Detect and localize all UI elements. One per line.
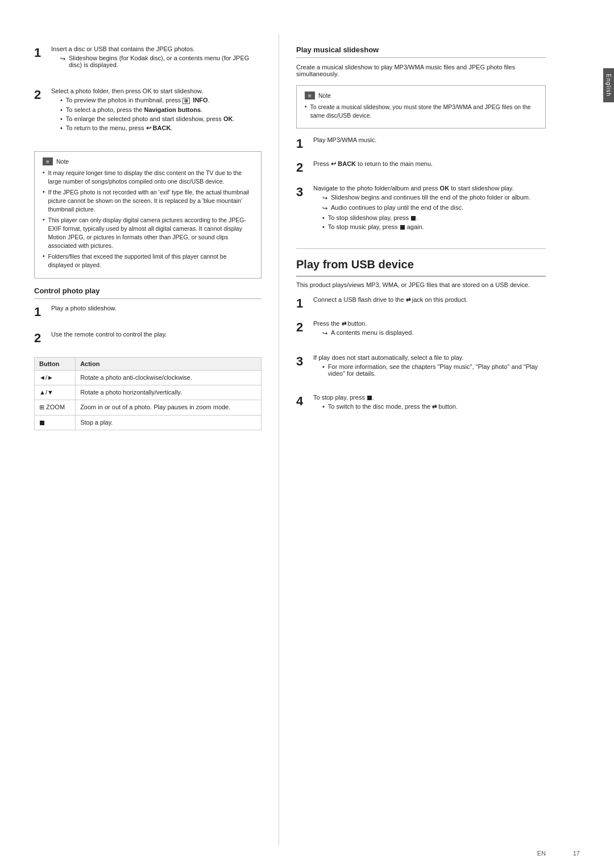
step-1-sub1-text: Slideshow begins (for Kodak disc), or a … bbox=[69, 55, 262, 68]
arrow-icon-3: ↪ bbox=[322, 205, 327, 212]
bullet-icon-4: • bbox=[60, 124, 63, 131]
ms-sub1-text: Slideshow begins and continues till the … bbox=[331, 194, 530, 201]
right-column: Play musical slideshow Create a musical … bbox=[279, 34, 580, 845]
table-col-action: Action bbox=[76, 357, 262, 370]
note-text-3: This player can only display digital cam… bbox=[48, 216, 253, 250]
note-item-3: • This player can only display digital c… bbox=[43, 216, 253, 250]
note-header-2: Note bbox=[305, 92, 537, 99]
step-1-sub1: ↪ Slideshow begins (for Kodak disc), or … bbox=[60, 55, 262, 68]
usb-step-2-sub1-text: A contents menu is displayed. bbox=[331, 329, 414, 336]
arrow-icon: ↪ bbox=[60, 55, 65, 63]
step-2-bullet2: • To select a photo, press the Navigatio… bbox=[60, 106, 262, 113]
note-box-2: Note • To create a musical slideshow, yo… bbox=[296, 85, 546, 128]
control-step-2-content: Use the remote control to control the pl… bbox=[51, 331, 262, 338]
control-table: Button Action ◄/► Rotate a photo anti-cl… bbox=[34, 357, 262, 431]
ms-step-3-number: 3 bbox=[296, 185, 303, 200]
ms-step-3-sub1: ↪ Slideshow begins and continues till th… bbox=[322, 194, 546, 202]
usb-intro: This product plays/views MP3, WMA, or JP… bbox=[296, 281, 546, 288]
control-step-1-content: Play a photo slideshow. bbox=[51, 305, 262, 312]
note-item-4: • Folders/files that exceed the supporte… bbox=[43, 252, 253, 269]
stop-icon-3 bbox=[367, 396, 372, 400]
bullet-icon: • bbox=[60, 97, 63, 103]
info-key: ⊞ INFO bbox=[182, 97, 208, 103]
control-step-2-text: Use the remote control to control the pl… bbox=[51, 331, 167, 338]
usb-step-4: 4 To stop play, press . • To switch to t… bbox=[296, 394, 546, 419]
step-2-block: 2 Select a photo folder, then press OK t… bbox=[34, 88, 262, 141]
table-col-button: Button bbox=[35, 357, 76, 370]
ms-step-3: 3 Navigate to the photo folder/album and… bbox=[296, 185, 546, 239]
play-musical-intro: Create a musical slideshow to play MP3/W… bbox=[296, 64, 546, 77]
usb-step-2-number: 2 bbox=[296, 320, 303, 335]
footer-page-number: 17 bbox=[573, 850, 580, 857]
table-button-4 bbox=[35, 415, 76, 430]
step-2-bullet1: • To preview the photos in thumbnail, pr… bbox=[60, 97, 262, 104]
table-row: Stop a play. bbox=[35, 415, 262, 430]
table-action-4: Stop a play. bbox=[76, 415, 262, 430]
usb-intro-block: This product plays/views MP3, WMA, or JP… bbox=[296, 281, 546, 288]
usb-disc-icon: ⇄ bbox=[432, 404, 437, 410]
ms-sub2-text: Audio continues to play until the end of… bbox=[331, 204, 463, 211]
arrow-icon-4: ↪ bbox=[322, 330, 327, 337]
usb-step-3-content: If play does not start automatically, se… bbox=[313, 354, 546, 377]
step-1-block: 1 Insert a disc or USB that contains the… bbox=[34, 45, 262, 77]
table-button-3: ⊞ ZOOM bbox=[35, 400, 76, 415]
control-section-title: Control photo play bbox=[34, 286, 262, 299]
ms-step-2: 2 Press ↩ BACK to return to the main men… bbox=[296, 160, 546, 177]
step-2-bullet3: • To enlarge the selected photo and star… bbox=[60, 115, 262, 122]
table-row: ▲/▼ Rotate a photo horizontally/vertical… bbox=[35, 385, 262, 400]
step-1-number: 1 bbox=[34, 45, 41, 60]
table-action-3: Zoom in or out of a photo. Play pauses i… bbox=[76, 400, 262, 415]
play-musical-title: Play musical slideshow bbox=[296, 45, 546, 58]
usb-jack-icon: ⇄ bbox=[406, 297, 410, 303]
table-button-1: ◄/► bbox=[35, 370, 76, 385]
control-step-2-number: 2 bbox=[34, 331, 41, 346]
ms-step-2-number: 2 bbox=[296, 160, 303, 175]
note-box-1: Note • It may require longer time to dis… bbox=[34, 151, 262, 279]
step-2-bullet4: • To return to the menu, press ↩ BACK. bbox=[60, 124, 262, 132]
stop-button-icon bbox=[40, 421, 44, 425]
table-row: ◄/► Rotate a photo anti-clockwise/clockw… bbox=[35, 370, 262, 385]
control-step-2: 2 Use the remote control to control the … bbox=[34, 331, 262, 347]
usb-step-3-text: If play does not start automatically, se… bbox=[313, 354, 546, 361]
table-button-2: ▲/▼ bbox=[35, 385, 76, 400]
step-2-content: Select a photo folder, then press OK to … bbox=[51, 88, 262, 132]
usb-step-4-number: 4 bbox=[296, 394, 303, 409]
control-actions-table: Button Action ◄/► Rotate a photo anti-cl… bbox=[34, 357, 262, 431]
note-text-4: Folders/files that exceed the supported … bbox=[48, 252, 253, 269]
ms-step-3-bullet1: • To stop slideshow play, press . bbox=[322, 214, 546, 221]
stop-icon-1 bbox=[411, 216, 416, 221]
usb-step-3: 3 If play does not start automatically, … bbox=[296, 354, 546, 386]
usb-step-2-content: Press the ⇄ button. ↪ A contents menu is… bbox=[313, 320, 546, 337]
bullet-icon-2: • bbox=[60, 106, 63, 113]
usb-step-1: 1 Connect a USB flash drive to the ⇄ jac… bbox=[296, 296, 546, 312]
ms-step-3-sub2: ↪ Audio continues to play until the end … bbox=[322, 204, 546, 212]
usb-step-3-number: 3 bbox=[296, 354, 303, 369]
ms-step-3-bullet2: • To stop music play, press again. bbox=[322, 223, 546, 230]
usb-section-title: Play from USB device bbox=[296, 258, 546, 277]
note-label-2: Note bbox=[318, 92, 331, 99]
note2-item-1: • To create a musical slideshow, you mus… bbox=[305, 103, 537, 119]
control-step-1-text: Play a photo slideshow. bbox=[51, 305, 117, 312]
usb-step-1-number: 1 bbox=[296, 296, 303, 311]
note-label-1: Note bbox=[56, 158, 69, 165]
note2-text-1: To create a musical slideshow, you must … bbox=[310, 103, 537, 119]
table-row: ⊞ ZOOM Zoom in or out of a photo. Play p… bbox=[35, 400, 262, 415]
arrow-icon-2: ↪ bbox=[322, 194, 327, 202]
usb-step-3-bullet1: • For more information, see the chapters… bbox=[322, 363, 546, 377]
stop-icon-2 bbox=[400, 225, 405, 230]
note-text-2: If the JPEG photo is not recorded with a… bbox=[48, 188, 253, 213]
note-icon-2 bbox=[305, 92, 315, 99]
note-header-1: Note bbox=[43, 157, 253, 165]
control-step-1-number: 1 bbox=[34, 305, 41, 319]
ms-step-1-text: Play MP3/WMA music. bbox=[313, 136, 376, 143]
ms-step-2-content: Press ↩ BACK to return to the main menu. bbox=[313, 160, 546, 168]
usb-step-4-bullet1: • To switch to the disc mode, press the … bbox=[322, 403, 546, 410]
note-icon-1 bbox=[43, 157, 53, 165]
bullet-icon-3: • bbox=[60, 115, 63, 122]
note-item-1: • It may require longer time to display … bbox=[43, 169, 253, 185]
sidebar-english-tab: English bbox=[603, 68, 614, 102]
ms-step-1: 1 Play MP3/WMA music. bbox=[296, 136, 546, 152]
step-1-text: Insert a disc or USB that contains the J… bbox=[51, 45, 262, 52]
ms-step-1-number: 1 bbox=[296, 136, 303, 151]
ms-step-3-content: Navigate to the photo folder/album and p… bbox=[313, 185, 546, 230]
